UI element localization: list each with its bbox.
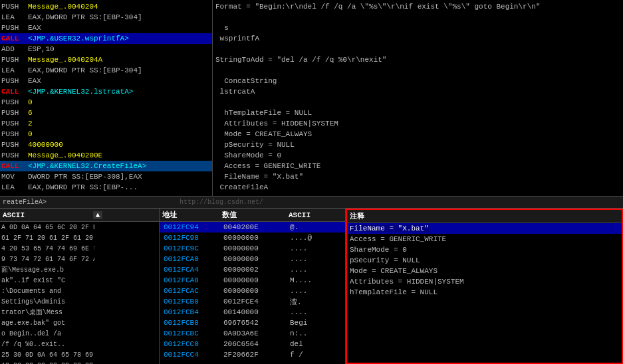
annot-header: 注释 xyxy=(347,210,622,223)
dump-cell: A0 00 00 00 00 00 00 00 00 00 00 00 00 xyxy=(1,362,94,365)
annot-row[interactable]: ShareMode = 0 xyxy=(347,244,622,255)
disasm-instruction: LEA xyxy=(1,66,28,74)
mid-row[interactable]: 0012FC9C00000000.... xyxy=(160,243,345,254)
mid-row[interactable]: 0012FCC0206C6564del xyxy=(160,339,345,349)
disasm-row[interactable]: PUSH EAX xyxy=(0,76,212,86)
mid-row[interactable]: 0012FC9800000000....@ xyxy=(160,232,345,243)
disasm-row[interactable]: PUSH 2 xyxy=(0,118,212,129)
dump-row[interactable]: :\Documents and xyxy=(0,286,159,296)
mid-addr: 0012FCBC xyxy=(161,329,221,337)
disasm-row[interactable]: PUSH EAX xyxy=(0,23,212,33)
app: PUSH Message_.0040204LEA EAX,DWORD PTR S… xyxy=(0,0,623,364)
disasm-row[interactable]: PUSH Message_.0040204 xyxy=(0,1,212,12)
dump-row[interactable]: age.exe.bak" got xyxy=(0,318,159,328)
disasm-operand: 6 xyxy=(28,109,33,117)
disasm-row[interactable]: MOV DWORD PTR SS:[EBP-308],EAX xyxy=(0,171,212,182)
mid-row[interactable]: 0012FCB400140000.... xyxy=(160,307,345,318)
mid-ascii: ....@ xyxy=(287,234,340,242)
mid-row[interactable]: 0012FCA800000000M.... xyxy=(160,275,345,286)
dump-rows: A 0D 0A 64 65 6C 20 2F Begin:..del /f /6… xyxy=(0,222,159,364)
mid-ascii: n:.. xyxy=(287,329,340,337)
mid-ascii: .... xyxy=(287,287,340,295)
disasm-row[interactable]: LEA EAX,DWORD PTR SS:[EBP-304] xyxy=(0,12,212,23)
disasm-row[interactable]: PUSH Message_.0040204A xyxy=(0,54,212,65)
disasm-instruction: ADD xyxy=(1,45,28,53)
mid-row[interactable]: 0012FCA400000002.... xyxy=(160,264,345,275)
disasm-row[interactable]: CALL <JMP.&KERNEL32.lstrcatA> xyxy=(0,86,212,97)
disasm-operand: EAX,DWORD PTR SS:[EBP-304] xyxy=(28,13,142,21)
annot-row[interactable]: FileName = "X.bat" xyxy=(347,223,622,234)
disasm-instruction: PUSH xyxy=(1,120,28,128)
disasm-row[interactable]: CALL <JMP.&USER32.wsprintfA> xyxy=(0,33,212,44)
dump-row[interactable]: 25 30 0D 0A 64 65 78 69 00 00 00 00 00 xyxy=(0,349,159,360)
disasm-row[interactable]: CALL <JMP.&KERNEL32.CreateFileA> xyxy=(0,161,212,171)
dump-scroll-up[interactable]: ▲ xyxy=(93,211,102,219)
dump-row[interactable]: A 0D 0A 64 65 6C 20 2F Begin:..del /f / xyxy=(0,222,159,232)
dump-header: ASCII ▲ xyxy=(0,209,159,222)
mid-val: 2F20662F xyxy=(221,351,287,359)
dump-row[interactable]: 面\Message.exe.b xyxy=(0,264,159,275)
disasm-operand: Message_.0040204 xyxy=(28,3,98,11)
mid-addr: 0012FCC4 xyxy=(161,351,221,359)
mid-val-label: 数值 xyxy=(219,210,286,220)
mid-row[interactable]: 0012FC940040200E@. xyxy=(160,222,345,232)
dump-row[interactable]: ak"..if exist "C xyxy=(0,275,159,286)
annot-row[interactable]: pSecurity = NULL xyxy=(347,255,622,266)
mid-val: 00000000 xyxy=(221,234,287,242)
disasm-row[interactable]: LEA EAX,DWORD PTR SS:[EBP-304] xyxy=(0,65,212,76)
mid-addr: 0012FC98 xyxy=(161,234,221,242)
dump-row[interactable]: o Begin..del /a xyxy=(0,328,159,339)
disasm-operand: 0 xyxy=(28,130,33,138)
disasm-row[interactable]: LEA EAX,DWORD PTR SS:[EBP-... xyxy=(0,182,212,193)
dump-panel: ASCII ▲ A 0D 0A 64 65 6C 20 2F Begin:..d… xyxy=(0,209,160,364)
dump-row[interactable]: A0 00 00 00 00 00 00 00 00 00 00 00 00 xyxy=(0,360,159,364)
dump-cell: Settings\Adminis xyxy=(1,298,94,306)
dump-row[interactable]: 61 2F 71 20 61 2F 61 20 q /a "C:\Documen xyxy=(0,232,159,243)
dump-row[interactable]: /f /q %0..exit.. xyxy=(0,339,159,349)
mid-val: 00000000 xyxy=(221,287,287,295)
annot-row[interactable]: Attributes = HIDDEN|SYSTEM xyxy=(347,276,622,287)
mid-ascii: Begi xyxy=(287,319,340,327)
mid-row[interactable]: 0012FCAC00000000.... xyxy=(160,286,345,296)
annot-text: Access = GENERIC_WRITE xyxy=(350,235,446,243)
mid-addr: 0012FCB4 xyxy=(161,308,221,316)
dump-cell: A 0D 0A 64 65 6C 20 2F Begin:..del /f / xyxy=(1,224,94,231)
disasm-operand: <JMP.&USER32.wsprintfA> xyxy=(28,35,129,43)
annot-row[interactable]: hTemplateFile = NULL xyxy=(347,287,622,298)
bottom-panel: ASCII ▲ A 0D 0A 64 65 6C 20 2F Begin:..d… xyxy=(0,208,623,364)
disasm-row[interactable]: PUSH Message_.0040200E xyxy=(0,150,212,161)
mid-addr: 0012FCA8 xyxy=(161,276,221,284)
dump-cell: ak"..if exist "C xyxy=(1,277,94,284)
disasm-instruction: PUSH xyxy=(1,98,28,106)
disasm-instruction: PUSH xyxy=(1,56,28,64)
disasm-operand: <JMP.&KERNEL32.CreateFileA> xyxy=(28,162,146,170)
dump-row[interactable]: 9 73 74 72 61 74 6F 72 Administrator\桌 xyxy=(0,254,159,264)
mid-header: 地址 数值 ASCII xyxy=(160,209,345,222)
disasm-operand: EAX,DWORD PTR SS:[EBP-... xyxy=(28,183,138,191)
disasm-row[interactable]: PUSH 0 xyxy=(0,129,212,139)
dump-row[interactable]: trator\桌面\Mess xyxy=(0,307,159,318)
disasm-row[interactable]: PUSH 0 xyxy=(0,97,212,108)
mid-row[interactable]: 0012FCA000000000.... xyxy=(160,254,345,264)
watermark: http://blog.csdn.net/ xyxy=(180,199,263,206)
mid-addr: 0012FCC0 xyxy=(161,340,221,348)
annot-row[interactable]: Access = GENERIC_WRITE xyxy=(347,234,622,244)
annot-text: ShareMode = 0 xyxy=(350,246,407,254)
mid-val: 0040200E xyxy=(221,223,287,231)
dump-row[interactable]: Settings\Adminis xyxy=(0,296,159,307)
mid-panel: 地址 数值 ASCII 0012FC940040200E@.0012FC9800… xyxy=(160,209,346,364)
disasm-row[interactable]: PUSH 40000000 xyxy=(0,139,212,150)
annot-text: Mode = CREATE_ALWAYS xyxy=(350,267,437,275)
dump-row[interactable]: 4 20 53 65 74 74 69 6E ts and Settings\ xyxy=(0,243,159,254)
disasm-row[interactable]: PUSH 6 xyxy=(0,108,212,118)
mid-row[interactable]: 0012FCB00012FCE4澶. xyxy=(160,296,345,307)
mid-row[interactable]: 0012FCB869676542Begi xyxy=(160,318,345,328)
mid-row[interactable]: 0012FCBC0A0D3A6En:.. xyxy=(160,328,345,339)
annot-row[interactable]: Mode = CREATE_ALWAYS xyxy=(347,266,622,276)
disasm-operand: Message_.0040200E xyxy=(28,151,102,159)
mid-val: 00140000 xyxy=(221,308,287,316)
annot-text: pSecurity = NULL xyxy=(350,256,420,264)
disasm-row[interactable]: ADD ESP,10 xyxy=(0,44,212,54)
disasm-instruction: PUSH xyxy=(1,130,28,138)
mid-row[interactable]: 0012FCC42F20662Ff / xyxy=(160,349,345,360)
